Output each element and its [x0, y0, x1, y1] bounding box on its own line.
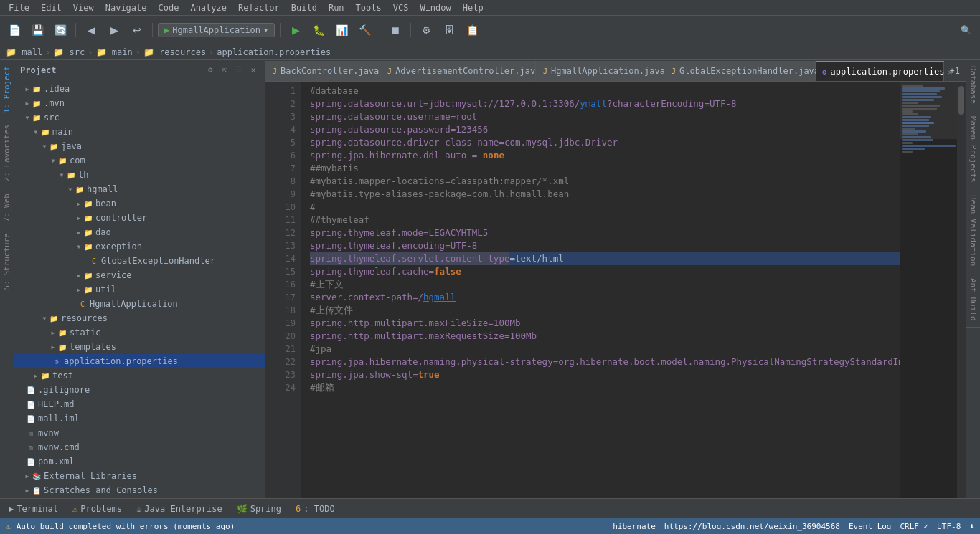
- status-url[interactable]: https://blog.csdn.net/weixin_36904568: [664, 522, 840, 531]
- tab-back-controller[interactable]: J BackController.java ✕: [265, 61, 380, 81]
- panel-settings-icon[interactable]: ☰: [233, 65, 245, 76]
- tree-item-test[interactable]: ▶ 📁 test: [14, 368, 265, 383]
- tab-hgmall-app[interactable]: J HgmallApplication.java ✕: [536, 61, 664, 81]
- tree-item-gitignore[interactable]: 📄 .gitignore: [14, 383, 265, 397]
- tasks-button[interactable]: 📋: [462, 20, 482, 40]
- tree-item-static[interactable]: ▶ 📁 static: [14, 325, 265, 340]
- tree-item-controller[interactable]: ▶ 📁 controller: [14, 211, 265, 225]
- bottom-tab-problems[interactable]: ⚠ Problems: [67, 500, 128, 518]
- tab-application-properties[interactable]: ⚙ application.properties ✕: [816, 61, 944, 81]
- tree-item-lh[interactable]: ▼ 📁 lh: [14, 168, 265, 182]
- menu-navigate[interactable]: Navigate: [100, 1, 153, 14]
- tree-item-templates[interactable]: ▶ 📁 templates: [14, 340, 265, 354]
- tree-item-bean[interactable]: ▶ 📁 bean: [14, 196, 265, 211]
- tree-item-idea[interactable]: ▶ 📁 .idea: [14, 82, 265, 96]
- tree-item-service[interactable]: ▶ 📁 service: [14, 268, 265, 282]
- key-3: spring.datasource.username=root: [310, 110, 477, 123]
- menu-edit[interactable]: Edit: [35, 1, 67, 14]
- tree-item-external-libs[interactable]: ▶ 📚 External Libraries: [14, 469, 265, 483]
- tree-item-java[interactable]: ▼ 📁 java: [14, 139, 265, 153]
- menu-build[interactable]: Build: [286, 1, 323, 14]
- settings-button[interactable]: ⚙: [416, 20, 436, 40]
- event-log-button[interactable]: Event Log: [849, 522, 892, 531]
- comment-24: #邮箱: [310, 381, 334, 394]
- run-button[interactable]: ▶: [286, 20, 306, 40]
- coverage-button[interactable]: 📊: [331, 20, 352, 40]
- tree-item-exception[interactable]: ▼ 📁 exception: [14, 239, 265, 254]
- tree-item-main[interactable]: ▼ 📁 main: [14, 125, 265, 139]
- tree-item-com[interactable]: ▼ 📁 com: [14, 153, 265, 168]
- menu-vcs[interactable]: VCS: [387, 1, 415, 14]
- right-tab-database[interactable]: Database: [966, 60, 980, 110]
- breadcrumb-src[interactable]: 📁 src: [53, 47, 85, 57]
- collapse-all-icon[interactable]: ⇱: [219, 65, 230, 76]
- database-tool-button[interactable]: 🗄: [439, 20, 459, 40]
- app-selector[interactable]: ▶ HgmallApplication ▾: [158, 23, 275, 37]
- tab-global-exception[interactable]: J GlobalExceptionHandler.java ✕: [664, 61, 816, 81]
- tree-item-pom-xml[interactable]: 📄 pom.xml: [14, 454, 265, 469]
- breadcrumb-mall[interactable]: 📁 mall: [6, 47, 42, 57]
- tree-item-mvnw-cmd[interactable]: m mvnw.cmd: [14, 440, 265, 454]
- tree-item-util[interactable]: ▶ 📁 util: [14, 282, 265, 297]
- bottom-tab-spring[interactable]: 🌿 Spring: [231, 500, 287, 518]
- folder-icon-resources: 📁: [49, 313, 59, 323]
- sync-button[interactable]: 🔄: [50, 20, 70, 40]
- new-file-button[interactable]: 📄: [4, 20, 24, 40]
- menu-code[interactable]: Code: [153, 1, 185, 14]
- left-tab-favorites[interactable]: 2: Favorites: [1, 119, 13, 187]
- minimap: [900, 82, 957, 498]
- back-button[interactable]: ◀: [81, 20, 101, 40]
- settings-gear-icon[interactable]: ⚙: [204, 65, 216, 76]
- tree-item-resources[interactable]: ▼ 📁 resources: [14, 311, 265, 325]
- bottom-tab-todo[interactable]: 6 : TODO: [290, 500, 341, 518]
- status-encoding: UTF-8: [937, 522, 961, 531]
- menu-analyze[interactable]: Analyze: [184, 1, 232, 14]
- undo-button[interactable]: ↩: [127, 20, 147, 40]
- menu-view[interactable]: View: [67, 1, 100, 14]
- tab-ad-controller[interactable]: J AdvertisementController.java ✕: [380, 61, 536, 81]
- tree-item-scratches[interactable]: ▶ 📋 Scratches and Consoles: [14, 483, 265, 497]
- menu-file[interactable]: File: [3, 1, 35, 14]
- scrollbar-thumb[interactable]: [958, 86, 964, 115]
- editor-scrollbar[interactable]: [957, 82, 966, 498]
- menu-help[interactable]: Help: [457, 1, 489, 14]
- menu-run[interactable]: Run: [323, 1, 350, 14]
- tree-item-mvn[interactable]: ▶ 📁 .mvn: [14, 96, 265, 110]
- menu-tools[interactable]: Tools: [350, 1, 387, 14]
- code-editor[interactable]: #database spring.datasource.url=jdbc:mys…: [301, 82, 900, 498]
- tab-icon-hgmall: J: [543, 67, 547, 75]
- bottom-tab-terminal[interactable]: ▶ Terminal: [3, 500, 64, 518]
- key-12: spring.thymeleaf.mode=LEGACYHTML5: [310, 227, 488, 239]
- right-tab-bean-validation[interactable]: Bean Validation: [966, 189, 980, 272]
- bottom-tab-java-enterprise[interactable]: ☕ Java Enterprise: [131, 500, 228, 518]
- left-tab-project[interactable]: 1: Project: [1, 60, 13, 119]
- tree-item-hgmall-app[interactable]: C HgmallApplication: [14, 297, 265, 311]
- link-17: hgmall: [423, 291, 456, 304]
- build-button[interactable]: 🔨: [354, 20, 374, 40]
- key-6: spring.jpa.hibernate.ddl-auto =: [310, 149, 483, 162]
- search-everywhere-button[interactable]: 🔍: [956, 20, 976, 40]
- tree-item-mall-iml[interactable]: 📄 mall.iml: [14, 411, 265, 426]
- debug-button[interactable]: 🐛: [308, 20, 329, 40]
- tab-overflow[interactable]: +1: [944, 61, 966, 81]
- save-button[interactable]: 💾: [27, 20, 47, 40]
- left-tab-structure[interactable]: 5: Structure: [1, 227, 13, 295]
- menu-window[interactable]: Window: [414, 1, 456, 14]
- right-tab-maven[interactable]: Maven Projects: [966, 110, 980, 189]
- stop-button[interactable]: ⏹: [385, 20, 405, 40]
- breadcrumb-main[interactable]: 📁 main: [96, 47, 133, 57]
- close-panel-icon[interactable]: ✕: [248, 65, 259, 76]
- right-tab-ant[interactable]: Ant Build: [966, 272, 980, 328]
- tree-item-global-exception[interactable]: C GlobalExceptionHandler: [14, 254, 265, 268]
- tree-item-hgmall[interactable]: ▼ 📁 hgmall: [14, 182, 265, 196]
- breadcrumb-file[interactable]: application.properties: [217, 47, 331, 57]
- tree-item-src[interactable]: ▼ 📁 src: [14, 110, 265, 125]
- tree-item-help-md[interactable]: 📄 HELP.md: [14, 397, 265, 411]
- left-tab-web[interactable]: 7: Web: [1, 188, 13, 228]
- tree-item-mvnw[interactable]: m mvnw: [14, 426, 265, 440]
- tree-item-application-properties[interactable]: ⚙ application.properties: [14, 354, 265, 368]
- breadcrumb-resources[interactable]: 📁 resources: [143, 47, 206, 57]
- menu-refactor[interactable]: Refactor: [232, 1, 286, 14]
- forward-button[interactable]: ▶: [104, 20, 124, 40]
- tree-item-dao[interactable]: ▶ 📁 dao: [14, 225, 265, 239]
